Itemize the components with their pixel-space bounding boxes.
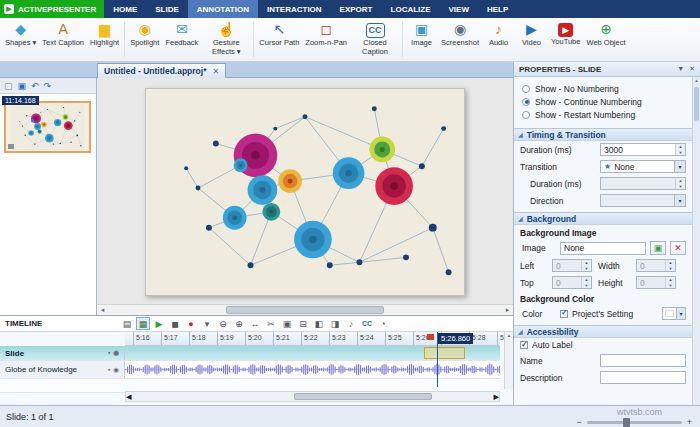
time-adjust-icon[interactable]: ◔ [376, 317, 390, 330]
track-name-slide[interactable]: Slide ▪◉ [0, 346, 125, 360]
track-content-slide[interactable] [125, 346, 500, 360]
ribbon-audio[interactable]: ♪Audio [482, 19, 515, 60]
scroll-up-icon[interactable]: ▴ [508, 332, 511, 338]
layer-view-icon[interactable]: ▦ [136, 317, 150, 330]
audio-tools-icon[interactable]: ♪ [344, 317, 358, 330]
tab-close-icon[interactable]: ✕ [212, 67, 219, 76]
menu-item-interaction[interactable]: INTERACTION [258, 0, 331, 18]
app-logo[interactable]: ▶ ACTIVEPRESENTER [0, 0, 104, 18]
timeline-scroll-track[interactable] [132, 392, 494, 401]
zoom-slider[interactable] [587, 421, 682, 424]
canvas-scroll-track[interactable] [108, 305, 502, 315]
track-content-globe[interactable] [125, 361, 500, 378]
record-icon[interactable]: ● [184, 317, 198, 330]
timeline-scroll-thumb[interactable] [294, 393, 432, 400]
image-value-box[interactable]: None [560, 242, 646, 255]
dropdown-arrow-icon[interactable]: ▾ [676, 308, 685, 319]
numbering-option-0[interactable]: Show - No Numbering [514, 82, 692, 95]
fit-timeline-icon[interactable]: ↔ [248, 317, 262, 330]
ribbon-gesture-effects[interactable]: ☝Gesture Effects ▾ [201, 19, 251, 60]
menu-item-home[interactable]: HOME [104, 0, 146, 18]
auto-label-checkbox[interactable] [520, 341, 528, 349]
timeline-horizontal-scrollbar[interactable]: ◂ ▸ [125, 391, 500, 402]
track-list-icon[interactable]: ▤ [120, 317, 134, 330]
zoom-slider-thumb[interactable] [623, 418, 630, 427]
menu-item-localize[interactable]: LOCALIZE [382, 0, 440, 18]
ribbon-screenshot[interactable]: ◉Screenshot [438, 19, 482, 60]
timeline-vertical-scrollbar[interactable]: ▴ [504, 332, 513, 389]
ribbon-image[interactable]: ▣Image [405, 19, 438, 60]
save-icon[interactable]: ▣ [18, 81, 27, 91]
lock-icon[interactable]: ▪ [108, 349, 110, 357]
ribbon-cursor-path[interactable]: ↖Cursor Path [256, 19, 302, 60]
scroll-left-icon[interactable]: ◂ [97, 306, 108, 314]
properties-scroll-thumb[interactable] [694, 87, 699, 121]
slide[interactable] [145, 88, 465, 296]
slide-canvas-area[interactable]: ◂ ▸ [97, 78, 513, 315]
properties-scrollbar[interactable]: ▴ [692, 77, 700, 405]
ribbon-zoom-n-pan[interactable]: ◻Zoom-n-Pan [302, 19, 350, 60]
menu-item-help[interactable]: HELP [478, 0, 517, 18]
ribbon-youtube[interactable]: ▶YouTube [548, 19, 583, 60]
transition-dropdown[interactable]: ★ None ▾ [600, 160, 686, 173]
close-icon[interactable]: ✕ [689, 65, 695, 73]
selected-clip-segment[interactable] [424, 347, 465, 359]
spin-down-icon[interactable]: ▼ [676, 150, 685, 156]
zoom-in-icon[interactable]: + [687, 417, 692, 427]
menu-item-annotation[interactable]: ANNOTATION [188, 0, 258, 18]
section-timing-transition[interactable]: ◢ Timing & Transition [514, 128, 692, 141]
camera-icon[interactable]: ◉ [113, 349, 119, 357]
ribbon-web-object[interactable]: ⊕Web Object [583, 19, 628, 60]
ribbon-highlight[interactable]: ▆Highlight [87, 19, 122, 60]
delete-range-icon[interactable]: ⊟ [296, 317, 310, 330]
track-row-globe[interactable]: Globe of Knowledge ▪◉ [0, 361, 500, 379]
play-icon[interactable]: ▶ [152, 317, 166, 330]
color-swatch[interactable]: ▾ [662, 307, 686, 320]
zoom-in-icon[interactable]: ⊕ [232, 317, 246, 330]
thumbnail-list[interactable]: 11:14.168 [0, 94, 96, 315]
track-row-slide[interactable]: Slide ▪◉ [0, 346, 500, 361]
canvas-horizontal-scrollbar[interactable]: ◂ ▸ [97, 304, 513, 315]
add-image-icon[interactable]: ▣ [650, 241, 666, 255]
section-background[interactable]: ◢ Background [514, 212, 692, 225]
undo-icon[interactable]: ↶ [31, 81, 39, 91]
scroll-up-icon[interactable]: ▴ [695, 77, 698, 83]
numbering-option-1[interactable]: Show - Continue Numbering [514, 95, 692, 108]
dropdown-arrow-icon[interactable]: ▾ [674, 161, 685, 172]
menu-item-view[interactable]: VIEW [440, 0, 478, 18]
numbering-option-2[interactable]: Show - Restart Numbering [514, 108, 692, 121]
document-tab[interactable]: Untitled - Untitled.approj* ✕ [97, 63, 226, 78]
slide-thumbnail[interactable] [4, 101, 91, 153]
zoom-out-icon[interactable]: − [576, 417, 581, 427]
project-setting-checkbox[interactable] [560, 310, 568, 318]
duration-spinner[interactable]: 3000 ▲▼ [600, 143, 686, 156]
copy-range-icon[interactable]: ▣ [280, 317, 294, 330]
split-left-icon[interactable]: ◧ [312, 317, 326, 330]
scroll-right-icon[interactable]: ▸ [493, 390, 499, 403]
description-input[interactable] [600, 371, 686, 384]
name-input[interactable] [600, 354, 686, 367]
cut-range-icon[interactable]: ✂ [264, 317, 278, 330]
ribbon-feedback[interactable]: ✉Feedback [162, 19, 201, 60]
remove-image-icon[interactable]: ✕ [670, 241, 686, 255]
pin-icon[interactable]: ▼ [677, 65, 684, 73]
redo-icon[interactable]: ↷ [44, 81, 52, 91]
track-name-globe[interactable]: Globe of Knowledge ▪◉ [0, 361, 125, 378]
playhead-marker-icon[interactable] [427, 334, 434, 340]
new-slide-icon[interactable]: ▢ [4, 81, 13, 91]
canvas-scroll-thumb[interactable] [226, 306, 384, 314]
menu-item-slide[interactable]: SLIDE [146, 0, 188, 18]
record-options-icon[interactable]: ▾ [200, 317, 214, 330]
section-accessibility[interactable]: ◢ Accessibility [514, 325, 692, 338]
stop-icon[interactable]: ◼ [168, 317, 182, 330]
menu-item-export[interactable]: EXPORT [331, 0, 382, 18]
scroll-right-icon[interactable]: ▸ [502, 306, 513, 314]
ribbon-closed-caption[interactable]: CCClosed Caption [350, 19, 400, 60]
camera-icon[interactable]: ◉ [113, 366, 119, 374]
properties-panel-header[interactable]: PROPERTIES - SLIDE ▼✕ [514, 62, 700, 77]
ribbon-text-caption[interactable]: AText Caption [39, 19, 87, 60]
split-right-icon[interactable]: ◨ [328, 317, 342, 330]
ribbon-spotlight[interactable]: ◉Spotlight [127, 19, 162, 60]
zoom-out-icon[interactable]: ⊖ [216, 317, 230, 330]
lock-icon[interactable]: ▪ [108, 366, 110, 374]
